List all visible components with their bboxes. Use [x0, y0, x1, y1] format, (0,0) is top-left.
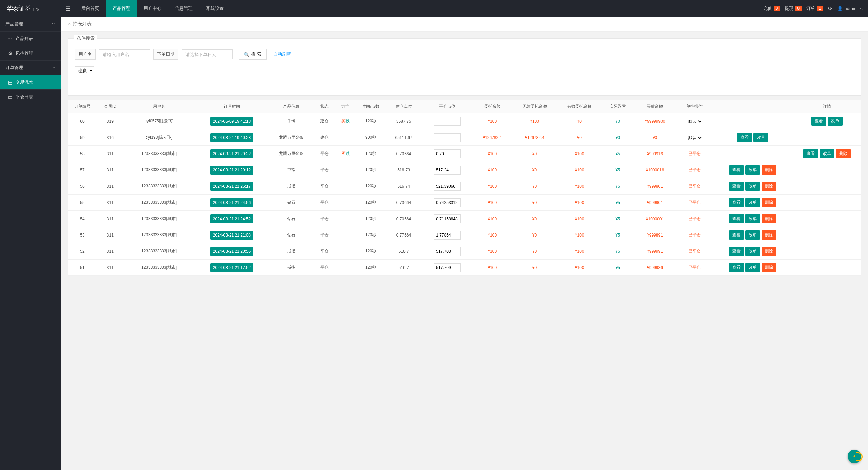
cell-time: 2024-03-21 21:20:56: [195, 243, 269, 260]
cell-status: 平仓: [314, 146, 335, 162]
cell-close-point: [422, 243, 472, 260]
close-point-input[interactable]: [434, 263, 461, 272]
table-header-cell: 订单编号: [68, 100, 97, 113]
edit-button[interactable]: 改单: [745, 198, 760, 207]
delete-button[interactable]: 删除: [836, 149, 851, 158]
sidebar-item-risk[interactable]: ⚙ 风控管理: [0, 46, 61, 61]
cell-open-point: 516.73: [385, 162, 422, 178]
view-button[interactable]: 查看: [729, 263, 744, 272]
cell-member-id: 311: [97, 195, 123, 211]
fab-button[interactable]: •: [848, 450, 861, 463]
view-button[interactable]: 查看: [729, 214, 744, 223]
sidebar: 产品管理 ﹀ ☷ 产品列表 ⚙ 风控管理 订单管理 ﹀ ▤ 交易流水 ▤ 平仓日…: [0, 17, 61, 470]
view-button[interactable]: 查看: [729, 165, 744, 175]
nav-item[interactable]: 信息管理: [168, 0, 199, 17]
close-point-input[interactable]: [434, 149, 461, 158]
sidebar-group-order[interactable]: 订单管理 ﹀: [0, 61, 61, 75]
nav-item[interactable]: 产品管理: [106, 0, 137, 17]
cell-order-id: 59: [68, 129, 97, 146]
nav-item[interactable]: 用户中心: [137, 0, 168, 17]
delete-button[interactable]: 删除: [762, 198, 776, 207]
delete-button[interactable]: 删除: [762, 165, 776, 175]
view-button[interactable]: 查看: [811, 117, 826, 126]
edit-button[interactable]: 改单: [820, 149, 834, 158]
cell-username: 12333333333[城市]: [123, 243, 195, 260]
edit-button[interactable]: 改单: [745, 263, 760, 272]
delete-button[interactable]: 删除: [762, 214, 776, 223]
edit-button[interactable]: 改单: [745, 182, 760, 191]
sidebar-item-close-log[interactable]: ▤ 平仓日志: [0, 90, 61, 104]
view-button[interactable]: 查看: [737, 133, 752, 142]
cell-valid-commission: ¥100: [557, 243, 602, 260]
view-button[interactable]: 查看: [729, 230, 744, 240]
recharge-badge: 0: [774, 6, 780, 11]
cell-open-point: 516.7: [385, 260, 422, 276]
close-point-input[interactable]: [434, 182, 461, 191]
close-point-input[interactable]: [434, 214, 461, 223]
sidebar-item-trade-flow[interactable]: ▤ 交易流水: [0, 75, 61, 90]
close-point-input[interactable]: [434, 231, 461, 240]
delete-button[interactable]: 删除: [762, 182, 776, 191]
withdraw-link[interactable]: 提现 0: [785, 5, 802, 12]
cell-time-points: 120秒: [356, 195, 385, 211]
search-button-label: 搜 索: [251, 51, 261, 57]
cell-valid-commission: ¥100: [557, 146, 602, 162]
cell-username: cyf0575[陈云飞]: [123, 113, 195, 129]
order-link[interactable]: 订单 1: [806, 5, 823, 12]
cell-real-pnl: ¥5: [602, 211, 634, 227]
cell-direction: [335, 129, 356, 146]
cell-commission: ¥100: [472, 178, 512, 195]
auto-refresh-link[interactable]: 自动刷新: [273, 51, 291, 57]
breadcrumb-sep-icon: »: [68, 21, 71, 27]
table-header-row: 订单编号会员ID用户名订单时间产品信息状态方向时间/点数建仓点位平仓点位委托余额…: [68, 100, 861, 113]
cell-direction: [335, 211, 356, 227]
view-button[interactable]: 查看: [729, 198, 744, 207]
sidebar-group-product[interactable]: 产品管理 ﹀: [0, 17, 61, 32]
username-input[interactable]: [99, 49, 150, 59]
top-nav: 后台首页产品管理用户中心信息管理系统设置: [75, 0, 231, 17]
edit-button[interactable]: 改单: [753, 133, 768, 142]
view-button[interactable]: 查看: [729, 182, 744, 191]
close-point-input[interactable]: [434, 198, 461, 207]
cell-product: 钻石: [269, 227, 314, 243]
cell-time: 2024-03-21 21:17:52: [195, 260, 269, 276]
control-select[interactable]: 默认: [686, 134, 703, 141]
refresh-icon[interactable]: ⟳: [828, 5, 832, 12]
edit-button[interactable]: 改单: [745, 230, 760, 240]
close-point-input[interactable]: [434, 133, 461, 142]
strategy-select[interactable]: 稳赢: [75, 66, 94, 75]
sidebar-item-product-list[interactable]: ☷ 产品列表: [0, 32, 61, 46]
user-menu[interactable]: 👤 admin ︿: [837, 5, 863, 12]
edit-button[interactable]: 改单: [745, 247, 760, 256]
status-closed-label: 已平仓: [688, 200, 701, 205]
edit-button[interactable]: 改单: [745, 214, 760, 223]
brand-logo: 华泰证券 TP6: [0, 4, 61, 13]
delete-button[interactable]: 删除: [762, 263, 776, 272]
view-button[interactable]: 查看: [803, 149, 818, 158]
cell-real-pnl: ¥5: [602, 243, 634, 260]
edit-button[interactable]: 改单: [828, 117, 843, 126]
cell-close-point: [422, 260, 472, 276]
nav-item[interactable]: 后台首页: [75, 0, 106, 17]
cell-direction: [335, 260, 356, 276]
delete-button[interactable]: 删除: [762, 230, 776, 240]
cell-close-point: [422, 195, 472, 211]
sidebar-group-label: 产品管理: [5, 21, 23, 27]
close-point-input[interactable]: [434, 247, 461, 256]
cell-ops: 查看改单删除: [713, 211, 792, 227]
search-button[interactable]: 🔍 搜 索: [239, 49, 267, 60]
cell-commission: ¥100: [472, 113, 512, 129]
edit-button[interactable]: 改单: [745, 165, 760, 175]
delete-button[interactable]: 删除: [762, 247, 776, 256]
date-input[interactable]: [182, 49, 233, 59]
view-button[interactable]: 查看: [729, 247, 744, 256]
menu-toggle-icon[interactable]: ☰: [61, 5, 75, 12]
control-select[interactable]: 默认: [686, 118, 703, 125]
recharge-link[interactable]: 充值 0: [763, 5, 780, 12]
cell-detail: [792, 211, 861, 227]
cell-invalid-commission: ¥100: [512, 113, 557, 129]
close-point-input[interactable]: [434, 166, 461, 175]
nav-item[interactable]: 系统设置: [199, 0, 231, 17]
list-icon: ▤: [7, 80, 13, 85]
close-point-input[interactable]: [434, 117, 461, 126]
